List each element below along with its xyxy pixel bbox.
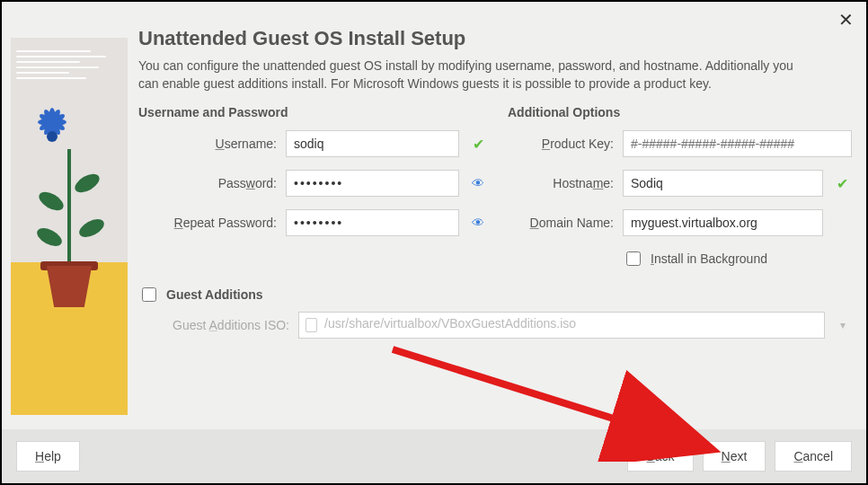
page-description: You can configure the unattended guest O…: [138, 57, 803, 93]
additional-options-heading: Additional Options: [508, 105, 852, 119]
install-background-checkbox[interactable]: [626, 251, 641, 266]
check-icon: ✔: [832, 175, 852, 192]
close-icon[interactable]: ✕: [838, 9, 854, 31]
reveal-password-icon[interactable]: 👁: [468, 176, 488, 190]
file-icon: [306, 318, 317, 332]
username-password-heading: Username and Password: [138, 105, 488, 119]
page-title: Unattended Guest OS Install Setup: [138, 27, 852, 50]
product-key-label: Product Key:: [508, 137, 614, 151]
ga-iso-path: /usr/share/virtualbox/VBoxGuestAdditions…: [324, 316, 576, 331]
check-icon: ✔: [468, 136, 488, 153]
back-button[interactable]: Back: [627, 441, 693, 472]
ga-iso-dropdown-icon[interactable]: ▾: [834, 319, 852, 331]
password-input[interactable]: [286, 170, 459, 197]
repeat-password-label: Repeat Password:: [138, 216, 277, 230]
repeat-password-input[interactable]: [286, 209, 459, 236]
install-background-label: Install in Background: [651, 251, 767, 266]
wizard-footer: HHelpelp Back Next Cancel: [2, 429, 866, 483]
ga-iso-label: Guest Additions ISO:: [138, 318, 289, 332]
username-label: UUsername:sername:: [138, 137, 277, 151]
hostname-label: Hostname:: [508, 176, 614, 190]
guest-additions-checkbox[interactable]: [142, 287, 156, 302]
domain-name-label: Domain Name:: [508, 216, 614, 230]
help-button[interactable]: HHelpelp: [16, 441, 80, 472]
password-label: Password:: [138, 176, 277, 190]
username-input[interactable]: [286, 130, 459, 157]
wizard-illustration: [11, 38, 128, 415]
cancel-button[interactable]: Cancel: [775, 441, 852, 472]
next-button[interactable]: Next: [703, 441, 766, 472]
product-key-input[interactable]: [623, 130, 852, 157]
reveal-repeat-password-icon[interactable]: 👁: [468, 216, 488, 230]
domain-name-input[interactable]: [623, 209, 823, 236]
ga-iso-input[interactable]: /usr/share/virtualbox/VBoxGuestAdditions…: [298, 312, 825, 339]
guest-additions-label: Guest Additions: [166, 287, 263, 302]
hostname-input[interactable]: [623, 170, 823, 197]
